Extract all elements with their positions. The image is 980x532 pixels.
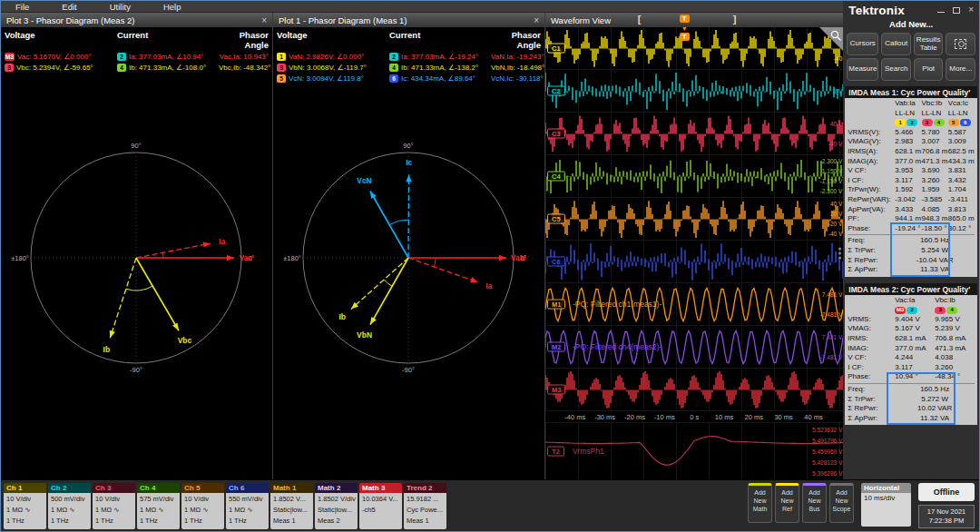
button-measure[interactable]: Measure (847, 58, 878, 81)
meas-value: -19.24 ° (895, 224, 921, 234)
meas-value: 944.1 m (895, 214, 921, 224)
plot3-panel: Plot 3 - Phasor Diagram (Meas 2) × Volta… (1, 13, 273, 479)
meas-badge-pair: 12 (895, 118, 921, 128)
tektronix-logo: Tektronix (848, 4, 905, 17)
meas-row: VRMS(V):5.4665.7805.587 (848, 128, 975, 138)
waveform-slice-c6[interactable]: C6 (545, 241, 843, 283)
button-add-new-ref[interactable]: AddNewRef (775, 483, 799, 523)
button-zoom-select-icon[interactable] (946, 33, 975, 55)
minimize-icon[interactable] (937, 12, 945, 13)
phasor-vector-label-VcN: VcN (357, 176, 372, 185)
channel-button-ch-2[interactable]: Ch 2500 mV/div1 MΩ ∿1 THz (48, 483, 91, 529)
expansion-bracket-right[interactable]: ] (733, 14, 737, 25)
waveform-slice-m3[interactable]: M3 (545, 369, 843, 411)
horizontal-panel[interactable]: Horizontal 10 ms/div (861, 483, 911, 527)
button-more-[interactable]: More... (946, 58, 975, 81)
meas-value: 2.983 (895, 137, 921, 147)
legend-current-cell: 2Ia: 377.03mA, ∠10.94° (117, 53, 219, 61)
meas-row: V CF:4.2444.038 (848, 353, 975, 363)
panel-splitter-handle[interactable] (838, 248, 841, 260)
scale-label: -7.481 V (820, 311, 843, 318)
channel-button-math-3[interactable]: Math 310.0364 V...-ch5 (359, 483, 402, 529)
menu-item-help[interactable]: Help (163, 2, 181, 12)
meas-value: 5.167 V (895, 324, 935, 334)
horizontal-value: 10 ms/div (861, 493, 911, 527)
legend-col-header: Current (389, 30, 491, 50)
channel-button-ch-5[interactable]: Ch 510 V/div1 MΩ ∿1 THz (181, 483, 224, 529)
waveform-slice-trend[interactable]: T2VrmsPh15.523632 V5.491796 V5.459959 V5… (545, 423, 843, 479)
expansion-bracket-left[interactable]: [ (638, 14, 642, 25)
meas-value: 377.0 mA (895, 344, 935, 354)
meas-row: PF:944.1 m948.3 m865.0 m (848, 214, 975, 224)
plot1-close-icon[interactable]: × (534, 15, 539, 25)
menu-item-utility[interactable]: Utility (110, 2, 131, 12)
channel-name: Math 1 (270, 483, 313, 493)
meas-value: 4.038 (935, 353, 975, 363)
button-results-table[interactable]: Results Table (914, 33, 944, 55)
channel-badge-c2[interactable]: C2 (547, 86, 565, 96)
channel-badge-c1[interactable]: C1 (547, 44, 565, 54)
meas-value: 3.007 (922, 137, 948, 147)
channel-button-ch-3[interactable]: Ch 310 V/div1 MΩ ∿1 THz (93, 483, 135, 529)
legend-headers: VoltageCurrentPhasor Angle (5, 30, 269, 50)
meas-summary-value: 10.02 VAR (895, 404, 975, 414)
channel-badge-t2[interactable]: T2 (547, 447, 564, 457)
meas-row-label: V CF: (848, 353, 895, 363)
channel-button-ch-4[interactable]: Ch 4575 mV/div1 MΩ ∿1 THz (137, 483, 180, 529)
trigger-indicator-icon[interactable]: T (680, 15, 690, 23)
meas-row: Phase:-19.24 °-18.50 °30.12 ° (848, 224, 975, 234)
button-plot[interactable]: Plot (914, 58, 944, 81)
meas-row-label: Phase: (848, 224, 895, 234)
waveform-slice-c4[interactable]: C42.300 V1.150 V-1.150 V-2.300 V (545, 155, 843, 198)
plot3-close-icon[interactable]: × (261, 15, 267, 25)
scale-label: 7.481 V (822, 291, 842, 298)
imda-meas1-results: IMDA Meas 1: Cyc Power Quality' Vab:IaVb… (845, 86, 977, 277)
waveform-slice-m2[interactable]: M2-PQ: Filtered ch4(meas2)-7.481 V-7.481… (545, 326, 843, 369)
button-add-new-bus[interactable]: AddNewBus (802, 483, 827, 523)
waveform-slice-c5[interactable]: C540 V20 V-20 V-40 V (545, 198, 843, 241)
menu-item-edit[interactable]: Edit (62, 2, 76, 12)
waveform-titlebar[interactable]: Waveform View [ T ] (545, 13, 843, 27)
menu-item-file[interactable]: File (15, 2, 29, 12)
button-callout[interactable]: Callout (881, 33, 911, 55)
channel-badge-m1[interactable]: M1 (547, 300, 565, 310)
channel-badge-c5[interactable]: C5 (547, 214, 565, 224)
waveform-slice-m1[interactable]: M1-PQ: Filtered ch1(meas1)-7.481 V-7.481… (545, 283, 843, 326)
channel-button-math-1[interactable]: Math 11.8502 V...Static|low...Meas 1 (270, 483, 313, 529)
button-cursors[interactable]: Cursors (847, 33, 878, 55)
plot1-titlebar[interactable]: Plot 1 - Phasor Diagram (Meas 1) × (273, 13, 544, 27)
plot3-titlebar[interactable]: Plot 3 - Phasor Diagram (Meas 2) × (1, 13, 272, 27)
sidebar-buttons: CursorsCalloutResults TableMeasureSearch… (843, 31, 979, 86)
channel-settings: 10 V/div1 MΩ ∿1 THz (4, 493, 46, 529)
meas-col-name: Vab:Ia (895, 99, 921, 109)
channel-button-ch-6[interactable]: Ch 6550 mV/div1 MΩ ∿1 THz (226, 483, 269, 529)
restore-icon[interactable] (953, 7, 960, 14)
channel-button-math-2[interactable]: Math 21.8502 V/divStatic|low...Meas 2 (315, 483, 358, 529)
zoom-overview-button[interactable] (819, 27, 843, 51)
scale-label: -40 (834, 55, 842, 62)
time-tick-label: -40 ms (564, 413, 585, 421)
channel-badge-c6[interactable]: C6 (547, 257, 565, 267)
channel-badge-3: 3 (277, 64, 286, 72)
channel-badge-1: 1 (277, 53, 286, 61)
legend-voltage-text: Vac: 5.1670V, ∠0.000° (17, 53, 92, 61)
meas-summary-label: Σ RePwr: (848, 404, 895, 414)
channel-button-ch-1[interactable]: Ch 110 V/div1 MΩ ∿1 THz (4, 483, 46, 529)
channel-button-trend-2[interactable]: Trend 215.9182 ...Cyc Powe...Meas 1 (404, 483, 446, 529)
meas-row: VRMS:9.404 V9.965 V (848, 315, 975, 325)
scale-labels: 40 V20 V-20 V-40 V (828, 199, 843, 239)
channel-badge-m3[interactable]: M3 (547, 385, 565, 395)
waveform-slice-c3[interactable]: C340 V-40 V (545, 113, 843, 155)
button-add-new-scope[interactable]: AddNewScope (829, 483, 854, 523)
waveform-slice-c2[interactable]: C22 V (545, 70, 843, 113)
button-search[interactable]: Search (881, 58, 911, 81)
button-add-new-math[interactable]: AddNewMath (748, 483, 772, 523)
offline-button[interactable]: Offline (918, 483, 975, 501)
channel-badge-c4[interactable]: C4 (547, 172, 565, 182)
waveform-slice-c1[interactable]: C1-20-40 (545, 27, 843, 70)
channel-badge-c3[interactable]: C3 (547, 129, 565, 139)
close-icon[interactable]: × (968, 5, 974, 15)
meas-summary-row: Σ ApPwr:11.33 VA (848, 265, 975, 275)
channel-badge-m2[interactable]: M2 (547, 342, 565, 352)
trigger-position-marker[interactable]: T (680, 33, 690, 41)
